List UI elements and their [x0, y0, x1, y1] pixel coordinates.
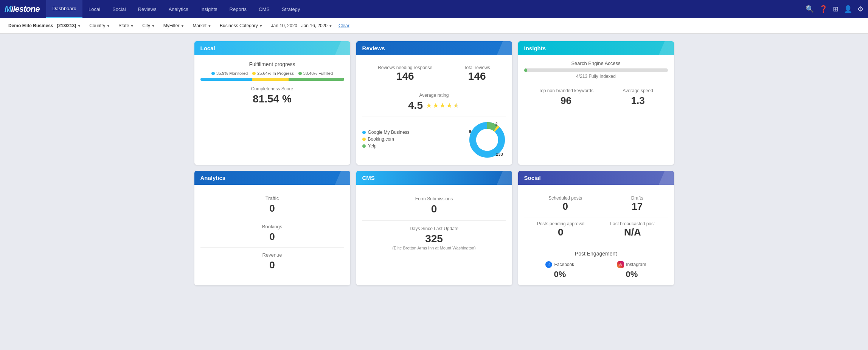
search-engine-bar	[524, 68, 668, 72]
nav-strategy[interactable]: Strategy	[276, 0, 306, 18]
social-engagement-row: f Facebook 0% ◎ Instagram 0%	[524, 261, 668, 279]
nav-right-icons: 🔍 ❓ ⊞ 👤 ⚙	[806, 5, 863, 13]
reviews-top-stats: Reviews needing response 146 Total revie…	[362, 61, 506, 88]
progress-monitored	[200, 78, 252, 81]
cms-days-since: Days Since Last Update 325 (Elite Bretto…	[362, 221, 506, 256]
legend-gmb: Google My Business	[362, 130, 462, 135]
reviews-needing-response: Reviews needing response 146	[378, 65, 432, 82]
analytics-header-title: Analytics	[200, 175, 226, 181]
facebook-icon: f	[545, 261, 552, 268]
social-top-stats: Scheduled posts 0 Drafts 17	[524, 191, 668, 217]
star-rating: ★★★★★★	[426, 101, 460, 110]
scheduled-posts: Scheduled posts 0	[548, 195, 582, 212]
avg-speed: Average speed 1.3	[623, 88, 653, 107]
local-card: Local Fulfillment progress 35.9% Monitor…	[194, 41, 350, 165]
insights-card-header: Insights	[518, 41, 674, 55]
progress-inprogress	[252, 78, 289, 81]
reviews-card-body: Reviews needing response 146 Total revie…	[356, 55, 512, 165]
social-middle-stats: Posts pending approval 0 Last broadcaste…	[524, 217, 668, 242]
revenue-metric: Revenue 0	[200, 248, 344, 276]
reviews-donut-section: Google My Business Booking.com Yelp	[362, 116, 506, 159]
analytics-card: Analytics Traffic 0 Bookings 0 Revenue 0	[194, 171, 350, 285]
filter-bar: Demo Elite Business (213/213) ▼ Country …	[0, 18, 868, 34]
pending-approval: Posts pending approval 0	[537, 221, 584, 238]
apps-icon[interactable]: ⊞	[833, 5, 838, 13]
top-nonbranded-keywords: Top non-branded keywords 96	[539, 88, 593, 107]
logo: Milestone	[5, 4, 39, 14]
search-icon[interactable]: 🔍	[806, 5, 814, 13]
cms-card-body: Form Submissions 0 Days Since Last Updat…	[356, 185, 512, 262]
cms-header-title: CMS	[362, 175, 375, 181]
legend-inprogress: 25.64% In Progress	[252, 71, 294, 76]
legend-booking: Booking.com	[362, 136, 462, 142]
filter-myfilter[interactable]: MyFilter ▼	[161, 22, 187, 29]
account-icon[interactable]: 👤	[844, 5, 852, 13]
nav-cms[interactable]: CMS	[253, 0, 276, 18]
fulfillment-legend: 35.9% Monitored 25.64% In Progress 38.46…	[200, 71, 344, 76]
social-card: Social Scheduled posts 0 Drafts 17 Posts…	[518, 171, 674, 285]
nav-insights[interactable]: Insights	[194, 0, 224, 18]
drafts: Drafts 17	[631, 195, 643, 212]
nav-dashboard[interactable]: Dashboard	[46, 0, 82, 18]
last-broadcast: Last broadcasted post N/A	[610, 221, 655, 238]
svg-point-4	[476, 129, 498, 151]
reviews-source-legend: Google My Business Booking.com Yelp	[362, 130, 462, 150]
fully-indexed-label: 4/213 Fully Indexed	[524, 74, 668, 79]
insights-stats: Top non-branded keywords 96 Average spee…	[524, 84, 668, 107]
help-icon[interactable]: ❓	[819, 5, 828, 13]
social-header-title: Social	[524, 175, 541, 181]
fulfillment-title: Fulfillment progress	[200, 61, 344, 67]
nav-analytics[interactable]: Analytics	[163, 0, 194, 18]
completeness-label: Completeness Score	[200, 86, 344, 91]
social-card-body: Scheduled posts 0 Drafts 17 Posts pendin…	[518, 185, 674, 285]
filter-country[interactable]: Country ▼	[87, 22, 112, 29]
social-engagement: Post Engagement f Facebook 0% ◎ Instagra…	[524, 242, 668, 279]
cms-card: CMS Form Submissions 0 Days Since Last U…	[356, 171, 512, 285]
main-grid: Local Fulfillment progress 35.9% Monitor…	[188, 34, 680, 293]
nav-local[interactable]: Local	[82, 0, 106, 18]
filter-city[interactable]: City ▼	[140, 22, 157, 29]
legend-fulfilled: 38.46% Fulfilled	[298, 71, 333, 76]
reviews-total: Total reviews 146	[464, 65, 490, 82]
bookings-metric: Bookings 0	[200, 219, 344, 248]
instagram-icon: ◎	[617, 261, 624, 268]
traffic-metric: Traffic 0	[200, 191, 344, 219]
filter-state[interactable]: State ▼	[116, 22, 136, 29]
insights-card: Insights Search Engine Access 4/213 Full…	[518, 41, 674, 165]
se-bar-fill	[524, 68, 527, 72]
reviews-avg-rating: Average rating 4.5 ★★★★★★	[362, 88, 506, 116]
local-card-body: Fulfillment progress 35.9% Monitored 25.…	[194, 55, 350, 111]
reviews-header-title: Reviews	[362, 45, 385, 51]
analytics-card-header: Analytics	[194, 171, 350, 185]
facebook-engagement: f Facebook 0%	[545, 261, 574, 279]
progress-fulfilled	[289, 78, 344, 81]
top-navigation: Milestone Dashboard Local Social Reviews…	[0, 0, 868, 18]
legend-yelp: Yelp	[362, 143, 462, 149]
fulfillment-progress-bar	[200, 78, 344, 81]
reviews-card: Reviews Reviews needing response 146 Tot…	[356, 41, 512, 165]
filter-business-category[interactable]: Business Category ▼	[217, 22, 265, 29]
donut-label-booking: 2	[495, 122, 497, 126]
search-engine-title: Search Engine Access	[524, 60, 668, 66]
insights-card-body: Search Engine Access 4/213 Fully Indexed…	[518, 55, 674, 112]
post-engagement-title: Post Engagement	[524, 251, 668, 257]
filter-date-range[interactable]: Jan 10, 2020 - Jan 16, 2020 ▼	[269, 22, 335, 29]
social-card-header: Social	[518, 171, 674, 185]
settings-icon[interactable]: ⚙	[857, 5, 863, 13]
donut-label-yelp: 9	[469, 129, 471, 134]
cms-card-header: CMS	[356, 171, 512, 185]
filter-business[interactable]: Demo Elite Business (213/213) ▼	[6, 22, 83, 29]
reviews-donut-chart: 2 9 133	[468, 121, 506, 159]
cms-form-submissions: Form Submissions 0	[362, 191, 506, 221]
legend-monitored: 35.9% Monitored	[211, 71, 248, 76]
nav-social[interactable]: Social	[106, 0, 132, 18]
nav-reports[interactable]: Reports	[224, 0, 253, 18]
filter-clear-button[interactable]: Clear	[339, 23, 349, 28]
analytics-card-body: Traffic 0 Bookings 0 Revenue 0	[194, 185, 350, 282]
completeness-value: 81.54 %	[200, 93, 344, 105]
instagram-engagement: ◎ Instagram 0%	[617, 261, 646, 279]
filter-market[interactable]: Market ▼	[190, 22, 214, 29]
nav-items: Dashboard Local Social Reviews Analytics…	[46, 0, 806, 18]
local-header-title: Local	[200, 45, 215, 51]
nav-reviews[interactable]: Reviews	[132, 0, 163, 18]
